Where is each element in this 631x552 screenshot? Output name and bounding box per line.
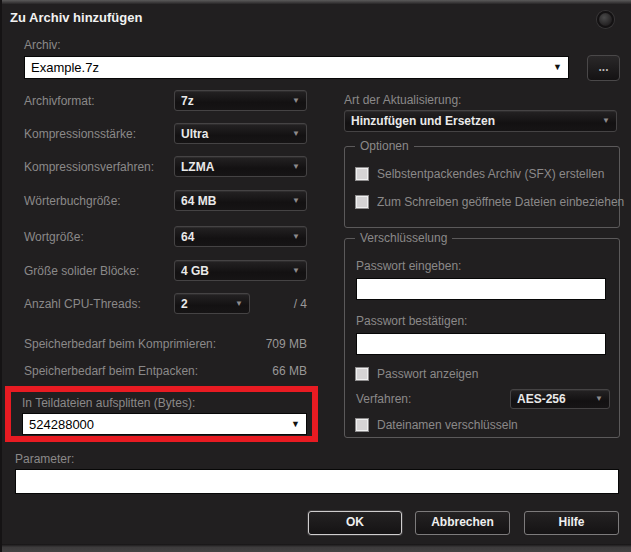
cancel-button[interactable]: Abbrechen: [415, 511, 510, 535]
solid-block-size-dropdown[interactable]: 4 GB▼: [174, 260, 307, 281]
dialog-title: Zu Archiv hinzufügen: [10, 10, 142, 25]
format-value: 7z: [181, 94, 194, 108]
format-dropdown[interactable]: 7z▼: [174, 90, 307, 111]
split-volumes-value: 524288000: [29, 417, 94, 432]
cpu-threads-max: / 4: [257, 297, 307, 311]
update-mode-value: Hinzufügen und Ersetzen: [351, 114, 495, 128]
password-enter-label: Passwort eingeben:: [356, 259, 461, 273]
sfx-checkbox-label: Selbstentpackendes Archiv (SFX) erstelle…: [377, 167, 604, 181]
chevron-down-icon: ▼: [235, 300, 243, 308]
compression-method-label: Kompressionsverfahren:: [24, 160, 154, 174]
shared-files-checkbox-row[interactable]: Zum Schreiben geöffnete Dateien einbezie…: [355, 195, 624, 209]
chevron-down-icon: ▼: [292, 97, 300, 105]
checkbox-unchecked-icon[interactable]: [355, 195, 369, 209]
compression-level-value: Ultra: [181, 127, 208, 141]
dictionary-size-value: 64 MB: [181, 194, 216, 208]
show-password-label: Passwort anzeigen: [377, 367, 478, 381]
cpu-threads-dropdown[interactable]: 2▼: [174, 293, 250, 314]
compression-method-dropdown[interactable]: LZMA▼: [174, 156, 307, 177]
add-to-archive-dialog: Zu Archiv hinzufügen Archiv: Example.7z …: [0, 0, 631, 552]
compression-level-dropdown[interactable]: Ultra▼: [174, 123, 307, 144]
memory-compress-value: 709 MB: [237, 337, 307, 351]
update-mode-label: Art der Aktualisierung:: [344, 93, 461, 107]
word-size-label: Wortgröße:: [24, 230, 84, 244]
chevron-down-icon: ▼: [595, 395, 603, 403]
title-bar[interactable]: Zu Archiv hinzufügen: [2, 4, 631, 30]
password-confirm-label: Passwort bestätigen:: [356, 314, 467, 328]
archive-name-value: Example.7z: [31, 60, 99, 75]
options-group-title: Optionen: [355, 139, 414, 153]
encrypt-names-checkbox-row[interactable]: Dateinamen verschlüsseln: [355, 418, 518, 432]
chevron-down-icon: ▼: [292, 267, 300, 275]
options-groupbox: Optionen Selbstentpackendes Archiv (SFX)…: [344, 146, 620, 228]
cpu-threads-label: Anzahl CPU-Threads:: [24, 297, 141, 311]
format-label: Archivformat:: [24, 94, 95, 108]
memory-decompress-value: 66 MB: [237, 364, 307, 378]
solid-block-size-value: 4 GB: [181, 264, 209, 278]
cpu-threads-value: 2: [181, 297, 188, 311]
show-password-checkbox-row[interactable]: Passwort anzeigen: [355, 367, 478, 381]
chevron-down-icon: ▼: [292, 197, 300, 205]
encryption-method-value: AES-256: [517, 392, 566, 406]
parameter-label: Parameter:: [15, 452, 74, 466]
window-bottom-edge: [2, 544, 631, 552]
update-mode-dropdown[interactable]: Hinzufügen und Ersetzen▼: [344, 110, 617, 132]
sfx-checkbox-row[interactable]: Selbstentpackendes Archiv (SFX) erstelle…: [355, 167, 604, 181]
shared-files-checkbox-label: Zum Schreiben geöffnete Dateien einbezie…: [377, 195, 624, 209]
archive-name-combobox[interactable]: Example.7z ▼: [24, 56, 569, 79]
chevron-down-icon: ▼: [292, 163, 300, 171]
word-size-value: 64: [181, 230, 194, 244]
checkbox-unchecked-icon[interactable]: [355, 418, 369, 432]
memory-decompress-label: Speicherbedarf beim Entpacken:: [24, 364, 198, 378]
ok-button[interactable]: OK: [308, 511, 402, 535]
encrypt-names-label: Dateinamen verschlüsseln: [377, 418, 518, 432]
dictionary-size-label: Wörterbuchgröße:: [24, 194, 121, 208]
encryption-group-title: Verschlüsselung: [355, 231, 452, 245]
password-confirm-input[interactable]: [356, 333, 606, 355]
split-volumes-combobox[interactable]: 524288000 ▼: [22, 413, 307, 435]
solid-block-size-label: Größe solider Blöcke:: [24, 264, 139, 278]
chevron-down-icon: ▼: [602, 117, 610, 125]
split-volumes-label: In Teildateien aufsplitten (Bytes):: [22, 396, 195, 410]
checkbox-unchecked-icon[interactable]: [355, 367, 369, 381]
chevron-down-icon[interactable]: ▼: [553, 63, 562, 72]
archive-label: Archiv:: [24, 38, 61, 52]
chevron-down-icon[interactable]: ▼: [291, 420, 300, 429]
memory-compress-label: Speicherbedarf beim Komprimieren:: [24, 337, 216, 351]
close-icon[interactable]: [597, 11, 614, 28]
word-size-dropdown[interactable]: 64▼: [174, 226, 307, 247]
checkbox-unchecked-icon[interactable]: [355, 167, 369, 181]
chevron-down-icon: ▼: [292, 233, 300, 241]
browse-button[interactable]: ...: [587, 55, 620, 81]
parameter-input[interactable]: [15, 469, 619, 494]
encryption-method-label: Verfahren:: [356, 392, 411, 406]
compression-level-label: Kompressionsstärke:: [24, 127, 136, 141]
compression-method-value: LZMA: [181, 160, 214, 174]
dictionary-size-dropdown[interactable]: 64 MB▼: [174, 190, 307, 211]
password-enter-input[interactable]: [356, 278, 606, 300]
help-button[interactable]: Hilfe: [524, 511, 619, 535]
chevron-down-icon: ▼: [292, 130, 300, 138]
encryption-groupbox: Verschlüsselung Passwort eingeben: Passw…: [344, 238, 620, 438]
encryption-method-dropdown[interactable]: AES-256▼: [510, 389, 610, 409]
